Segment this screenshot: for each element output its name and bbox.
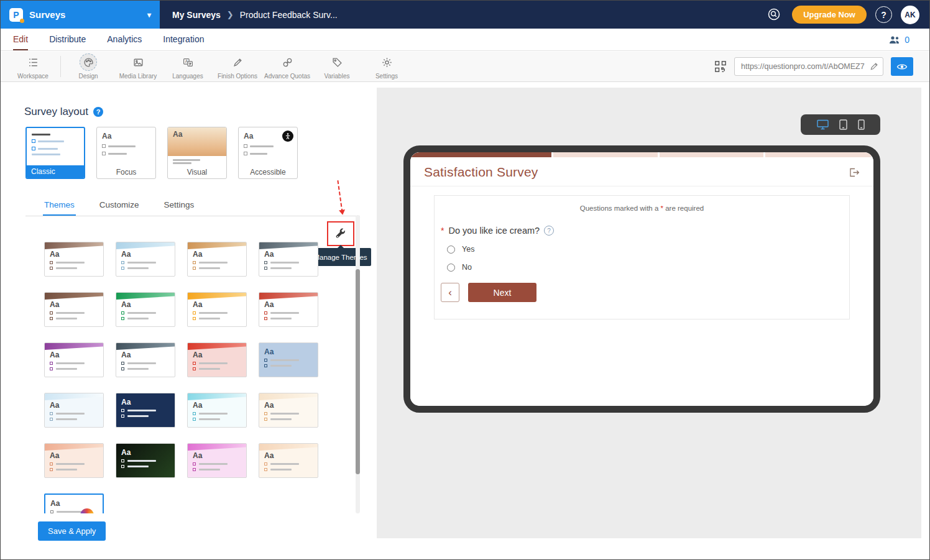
- tablet-preview-icon[interactable]: [839, 119, 847, 130]
- theme-line: [56, 413, 85, 415]
- next-button[interactable]: Next: [468, 283, 536, 302]
- upgrade-now-button[interactable]: Upgrade Now: [792, 6, 867, 24]
- exit-survey-icon[interactable]: [849, 168, 860, 177]
- theme-swatch[interactable]: Aa: [259, 393, 318, 428]
- radio-yes[interactable]: [447, 246, 455, 254]
- toolbar-item-settings[interactable]: Settings: [362, 53, 412, 80]
- theme-swatch[interactable]: Aa: [259, 443, 318, 478]
- layout-option-accessible[interactable]: Aa Accessible: [238, 127, 298, 179]
- tab-analytics[interactable]: Analytics: [107, 29, 142, 50]
- product-switcher[interactable]: P Surveys ▾: [1, 1, 160, 29]
- save-apply-button[interactable]: Save & Apply: [38, 521, 106, 541]
- theme-checkbox-mark: [264, 359, 267, 362]
- search-icon[interactable]: [766, 6, 783, 24]
- theme-line: [270, 318, 292, 319]
- theme-swatch[interactable]: Aa: [116, 292, 175, 327]
- theme-checkbox-mark: [193, 462, 196, 466]
- answer-option-no[interactable]: No: [447, 263, 849, 272]
- accessible-thumbnail: Aa: [239, 127, 297, 166]
- theme-swatch[interactable]: Aa: [44, 443, 104, 478]
- theme-swatch[interactable]: Aa: [44, 493, 104, 513]
- breadcrumb-separator-icon: ❯: [227, 10, 234, 19]
- accessibility-icon: [282, 131, 293, 142]
- questionpro-logo-icon: P: [9, 8, 23, 22]
- help-button[interactable]: ?: [875, 6, 892, 23]
- breadcrumb-my-surveys[interactable]: My Surveys: [172, 10, 221, 20]
- radio-no[interactable]: [447, 264, 455, 272]
- theme-line: [127, 312, 156, 314]
- theme-color-band: [45, 444, 103, 451]
- toolbar-item-workspace[interactable]: Workspace: [8, 53, 58, 80]
- layout-help-icon[interactable]: ?: [93, 107, 103, 117]
- back-button[interactable]: ‹: [441, 283, 459, 302]
- theme-checkbox-mark: [264, 267, 267, 270]
- theme-line: [127, 368, 149, 370]
- languages-icon: A: [179, 53, 196, 71]
- theme-line: [56, 267, 77, 269]
- theme-sample-text: Aa: [188, 350, 246, 359]
- theme-swatch[interactable]: Aa: [187, 443, 247, 478]
- theme-swatch[interactable]: Aa: [187, 292, 247, 327]
- survey-url-input[interactable]: [734, 57, 883, 76]
- tab-themes[interactable]: Themes: [43, 195, 76, 216]
- progress-segment: [765, 152, 871, 157]
- variables-tag-icon: [328, 53, 346, 71]
- theme-swatch[interactable]: Aa: [116, 393, 175, 428]
- theme-scrollbar-thumb[interactable]: [356, 269, 360, 474]
- toolbar-item-finish-options[interactable]: Finish Options: [213, 53, 262, 80]
- toolbar-item-languages[interactable]: A Languages: [163, 53, 213, 80]
- manage-themes-button[interactable]: [327, 221, 354, 246]
- chevron-down-icon: ▾: [147, 11, 151, 19]
- mobile-preview-icon[interactable]: [858, 119, 865, 130]
- theme-color-band: [259, 293, 318, 300]
- theme-swatch[interactable]: Aa: [44, 342, 104, 377]
- theme-color-band: [188, 242, 246, 249]
- theme-swatch[interactable]: Aa: [44, 242, 104, 277]
- question-required-asterisk: *: [441, 226, 444, 236]
- top-bar: P Surveys ▾ My Surveys ❯ Product Feedbac…: [1, 1, 929, 29]
- theme-swatch[interactable]: Aa: [259, 292, 318, 327]
- theme-swatch[interactable]: Aa: [187, 242, 247, 277]
- tab-customize[interactable]: Customize: [98, 195, 140, 216]
- theme-line: [127, 362, 156, 364]
- theme-checkbox-mark: [193, 311, 196, 314]
- tab-theme-settings[interactable]: Settings: [163, 195, 196, 216]
- avatar[interactable]: AK: [901, 6, 919, 24]
- theme-swatch[interactable]: Aa: [259, 242, 318, 277]
- theme-swatch[interactable]: Aa: [44, 292, 104, 327]
- toolbar-item-media-library[interactable]: Media Library: [113, 53, 163, 80]
- tab-edit[interactable]: Edit: [13, 29, 28, 50]
- desktop-preview-icon[interactable]: [817, 119, 829, 130]
- breadcrumb-survey-name[interactable]: Product Feedback Surv...: [240, 10, 338, 20]
- theme-swatch[interactable]: Aa: [259, 342, 318, 377]
- theme-swatch[interactable]: Aa: [187, 393, 247, 428]
- collaborators-icon[interactable]: [888, 35, 901, 44]
- theme-sample-text: Aa: [45, 249, 103, 259]
- device-toggle: [801, 114, 880, 135]
- toolbar-item-design[interactable]: Design: [63, 53, 113, 80]
- theme-sample-text: Aa: [116, 444, 175, 457]
- theme-swatch[interactable]: Aa: [116, 342, 175, 377]
- layout-option-focus[interactable]: Aa Focus: [96, 127, 156, 179]
- preview-eye-button[interactable]: [891, 57, 913, 76]
- theme-color-band: [45, 393, 103, 400]
- tab-distribute[interactable]: Distribute: [49, 29, 86, 50]
- edit-url-pencil-icon[interactable]: [870, 62, 879, 71]
- toolbar-item-variables[interactable]: Variables: [312, 53, 362, 80]
- theme-color-band: [259, 393, 318, 400]
- theme-swatch[interactable]: Aa: [44, 393, 104, 428]
- toolbar-item-advance-quotas[interactable]: Advance Quotas: [262, 53, 312, 80]
- theme-checkbox-mark: [264, 468, 267, 471]
- theme-swatch[interactable]: Aa: [187, 342, 247, 377]
- tab-integration[interactable]: Integration: [163, 29, 204, 50]
- layout-option-visual[interactable]: Aa Visual: [167, 127, 227, 179]
- qr-code-icon[interactable]: [714, 60, 727, 73]
- layout-option-classic[interactable]: Classic: [25, 127, 85, 179]
- answer-option-yes[interactable]: Yes: [447, 245, 849, 254]
- theme-line: [127, 267, 149, 269]
- question-help-icon[interactable]: ?: [544, 226, 554, 236]
- theme-swatch[interactable]: Aa: [116, 443, 175, 478]
- theme-scrollbar-track[interactable]: [356, 215, 360, 513]
- theme-color-band: [116, 242, 175, 249]
- theme-swatch[interactable]: Aa: [116, 242, 175, 277]
